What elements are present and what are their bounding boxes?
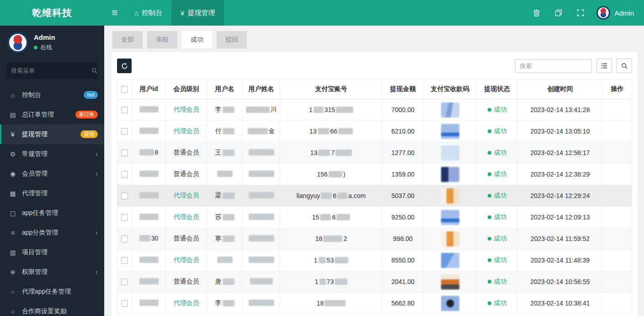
cell-text: 18 xyxy=(315,235,323,242)
alipay-qr-image[interactable] xyxy=(441,296,459,311)
sidebar-item[interactable]: ◉会员管理‹ xyxy=(0,164,104,183)
alipay-qr-image[interactable] xyxy=(441,253,459,268)
status-dot-icon xyxy=(488,301,491,305)
row-checkbox[interactable] xyxy=(121,171,128,178)
sidebar-item[interactable]: ▥项目管理 xyxy=(0,242,104,262)
tab-item[interactable]: 审核 xyxy=(147,31,177,48)
redacted-text xyxy=(223,107,234,113)
sidebar-item[interactable]: ▢app任务管理 xyxy=(0,203,104,223)
username-cell: 王 xyxy=(215,149,234,157)
alipay-qr-image[interactable] xyxy=(441,274,459,289)
sidebar-item[interactable]: ¥提现管理提现 xyxy=(0,124,104,144)
sidebar-item[interactable]: ▦代理管理 xyxy=(0,183,104,203)
redacted-text xyxy=(223,128,234,134)
row-checkbox[interactable] xyxy=(121,214,128,221)
redacted-text xyxy=(139,300,159,306)
redacted-text xyxy=(249,257,274,263)
cell-text: liangyuy xyxy=(297,192,320,199)
tab-item[interactable]: 驳回 xyxy=(217,31,247,48)
search-icon xyxy=(621,63,628,69)
alipay-qr-image[interactable] xyxy=(441,102,459,118)
sidebar-item-label: 权限管理 xyxy=(22,268,91,276)
sidebar-item-label: 代理管理 xyxy=(22,189,98,198)
status-badge: 成功 xyxy=(488,213,507,221)
redacted-text xyxy=(249,235,274,241)
row-checkbox[interactable] xyxy=(121,236,128,242)
alipay-qr-image[interactable] xyxy=(441,167,459,182)
actions-cell xyxy=(603,250,632,271)
cell-text: 唐 xyxy=(215,278,222,286)
sidebar-item-label: 合作商设置奖励 xyxy=(22,307,98,316)
row-checkbox[interactable] xyxy=(121,128,128,135)
admin-menu[interactable]: Admin xyxy=(596,0,644,26)
row-checkbox[interactable] xyxy=(121,300,128,307)
table-search-input[interactable] xyxy=(515,59,592,73)
alipay-account-cell: 1315 xyxy=(309,106,353,113)
topbar-nav-item[interactable]: ¥提现管理 xyxy=(171,0,224,26)
sidebar-item-label: 代理app任务管理 xyxy=(22,288,98,296)
status-dot-icon xyxy=(488,280,491,284)
sidebar-search-input[interactable] xyxy=(11,67,91,74)
table-row: 30 普通会员 寒 182 998.00 成功 2023-02-14 11:59… xyxy=(117,228,632,250)
row-checkbox[interactable] xyxy=(121,150,128,156)
trash-icon[interactable] xyxy=(532,9,541,17)
sidebar-item[interactable]: ○代理app任务管理 xyxy=(0,282,104,301)
columns-button[interactable] xyxy=(596,59,612,73)
sidebar-item[interactable]: ≡app分类管理‹ xyxy=(0,223,104,242)
user-id-cell: 8 xyxy=(139,149,159,156)
tab-active[interactable]: 成功 xyxy=(182,31,212,48)
fullscreen-icon[interactable] xyxy=(576,9,585,17)
sidebar-item-label: app任务管理 xyxy=(22,209,98,217)
status-badge: 成功 xyxy=(488,235,507,243)
sidebar-item[interactable]: ⊕权限管理‹ xyxy=(0,262,104,282)
layers-icon[interactable] xyxy=(554,9,563,17)
created-time: 2023-02-14 12:29:24 xyxy=(531,192,590,199)
sidebar-item[interactable]: ▤总订单管理新订单 xyxy=(0,105,104,124)
sidebar-item[interactable]: ⚙常规管理‹ xyxy=(0,144,104,164)
topbar-nav-item[interactable]: ⌂控制台 xyxy=(125,0,171,26)
user-fullname-cell xyxy=(249,192,274,198)
alipay-qr-image[interactable] xyxy=(441,188,459,204)
row-checkbox[interactable] xyxy=(121,193,128,199)
cell-text: 王 xyxy=(215,149,222,157)
username-cell: 梁 xyxy=(215,192,234,200)
row-checkbox[interactable] xyxy=(121,107,128,113)
row-checkbox[interactable] xyxy=(121,257,128,264)
circle-icon: ○ xyxy=(8,308,17,315)
chevron-left-icon: ‹ xyxy=(96,229,98,237)
select-all-checkbox[interactable] xyxy=(121,86,128,93)
row-checkbox[interactable] xyxy=(121,279,128,285)
hamburger-icon[interactable]: ≡ xyxy=(104,0,125,26)
sidebar-user-panel: Admin 在线 xyxy=(0,26,104,59)
redacted-text xyxy=(325,300,346,306)
search-button[interactable] xyxy=(617,59,632,73)
table-row: 代理会员 李 18 5662.80 成功 2023-02-14 10:38:41 xyxy=(117,293,632,314)
sidebar-item-label: 提现管理 xyxy=(22,130,76,139)
sidebar-search xyxy=(6,62,98,79)
username-cell: 苏 xyxy=(215,213,234,221)
withdrawals-table: 用户id会员级别用户名用户姓名支付宝账号提现金额支付宝收款码提现状态创建时间操作… xyxy=(117,79,632,314)
sidebar-item[interactable]: ○合作商设置奖励 xyxy=(0,301,104,316)
alipay-qr-image[interactable] xyxy=(441,210,459,225)
cell-text: 2 xyxy=(343,235,347,242)
column-header: 操作 xyxy=(603,80,632,99)
alipay-account-cell: 173 xyxy=(315,278,347,285)
sidebar-item[interactable]: ⌂控制台hot xyxy=(0,85,104,105)
username-cell: 寒 xyxy=(215,235,234,243)
alipay-qr-image[interactable] xyxy=(441,124,459,139)
alipay-qr-image[interactable] xyxy=(441,145,459,161)
refresh-button[interactable] xyxy=(117,59,132,73)
column-header: 用户姓名 xyxy=(243,80,280,99)
alipay-account-cell: 156 xyxy=(312,214,350,221)
withdraw-icon: ¥ xyxy=(8,131,17,138)
settings-icon: ⚙ xyxy=(8,150,17,158)
status-badge: 成功 xyxy=(488,170,507,178)
redacted-text xyxy=(335,279,347,285)
table-row: 代理会员 梁 liangyuy6a.com 5037.00 成功 2023-02… xyxy=(117,185,632,207)
circle-icon: ○ xyxy=(8,288,17,295)
alipay-qr-image[interactable] xyxy=(441,231,459,246)
member-level: 普通会员 xyxy=(174,235,199,242)
created-time: 2023-02-14 10:56:55 xyxy=(531,278,590,285)
cell-text: 付 xyxy=(215,127,222,135)
tab-item[interactable]: 全部 xyxy=(112,31,143,48)
